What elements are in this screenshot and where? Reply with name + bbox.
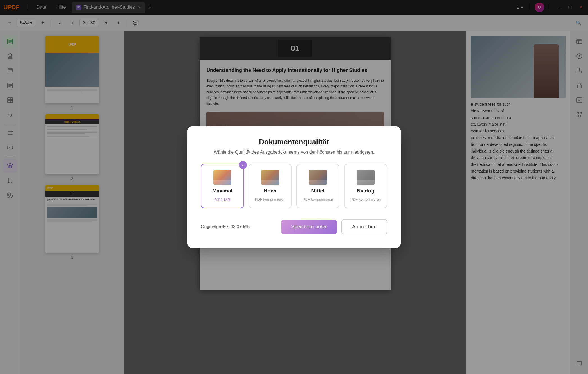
quality-icon-niedrig	[357, 170, 375, 185]
quality-card-hoch[interactable]: Hoch PDF komprimieren	[249, 164, 292, 208]
quality-size-maximal: 9.91 MB	[215, 197, 230, 202]
quality-card-niedrig[interactable]: Niedrig PDF komprimieren	[344, 164, 387, 208]
modal-footer: Originalgröße: 43.07 MB Speichern unter …	[201, 219, 387, 234]
quality-modal: Dokumentenqualität Wähle die Qualität de…	[187, 126, 401, 248]
quality-icon-mittel	[309, 170, 327, 185]
quality-sub-hoch: PDF komprimieren	[255, 197, 285, 201]
quality-card-mittel[interactable]: Mittel PDF komprimieren	[296, 164, 339, 208]
orig-size-label: Originalgröße: 43.07 MB	[201, 224, 277, 229]
save-btn[interactable]: Speichern unter	[281, 220, 337, 234]
quality-sub-mittel: PDF komprimieren	[303, 197, 333, 201]
modal-overlay: Dokumentenqualität Wähle die Qualität de…	[0, 0, 588, 374]
quality-sub-niedrig: PDF komprimieren	[350, 197, 381, 201]
quality-label-niedrig: Niedrig	[357, 188, 374, 194]
quality-check-maximal: ✓	[239, 161, 247, 169]
modal-title: Dokumentenqualität	[201, 138, 387, 146]
quality-options: ✓ Maximal 9.91 MB Hoch PDF komprimieren	[201, 164, 387, 208]
cancel-btn[interactable]: Abbrechen	[341, 219, 387, 234]
quality-label-mittel: Mittel	[311, 188, 325, 194]
quality-icon-maximal	[213, 170, 231, 185]
modal-subtitle: Wähle die Qualität des Ausgabedokuments …	[201, 150, 387, 155]
quality-label-maximal: Maximal	[212, 188, 232, 194]
quality-icon-hoch	[261, 170, 279, 185]
quality-card-maximal[interactable]: ✓ Maximal 9.91 MB	[201, 164, 244, 208]
quality-label-hoch: Hoch	[264, 188, 277, 194]
